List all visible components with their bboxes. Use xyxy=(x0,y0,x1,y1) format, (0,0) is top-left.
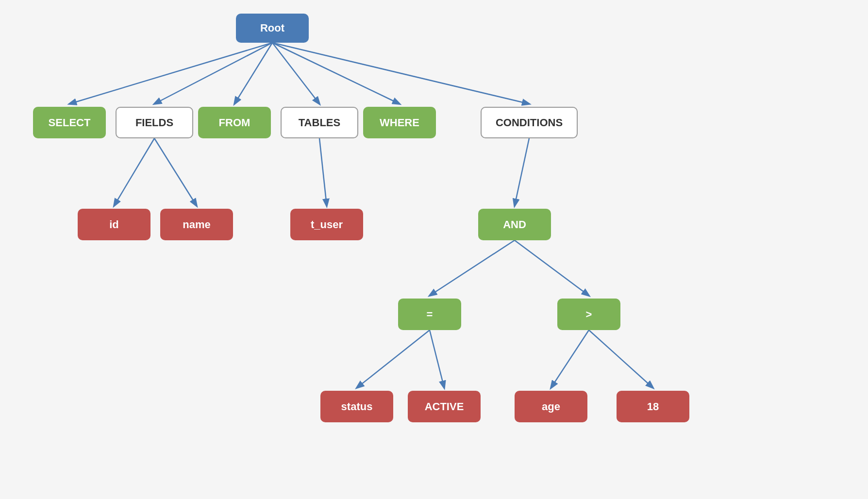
svg-line-2 xyxy=(154,43,272,104)
tree-diagram: Root SELECT FIELDS FROM TABLES WHERE CON… xyxy=(0,0,868,499)
svg-line-8 xyxy=(154,138,197,206)
node-status: status xyxy=(320,391,393,422)
node-age: age xyxy=(515,391,587,422)
svg-line-14 xyxy=(430,330,444,388)
svg-line-3 xyxy=(234,43,272,104)
node-gt: > xyxy=(557,299,620,330)
svg-line-12 xyxy=(515,240,589,296)
node-conditions: CONDITIONS xyxy=(481,107,578,138)
svg-line-15 xyxy=(551,330,589,388)
node-active: ACTIVE xyxy=(408,391,481,422)
node-eq: = xyxy=(398,299,461,330)
node-root: Root xyxy=(236,14,309,43)
svg-line-7 xyxy=(114,138,154,206)
svg-line-11 xyxy=(430,240,515,296)
svg-line-4 xyxy=(272,43,319,104)
node-and: AND xyxy=(478,209,551,240)
node-id: id xyxy=(78,209,150,240)
svg-line-9 xyxy=(319,138,327,206)
node-where: WHERE xyxy=(363,107,436,138)
svg-line-10 xyxy=(515,138,529,206)
node-tables: TABLES xyxy=(281,107,358,138)
svg-line-6 xyxy=(272,43,529,104)
svg-line-13 xyxy=(357,330,430,388)
node-from: FROM xyxy=(198,107,271,138)
node-tuser: t_user xyxy=(290,209,363,240)
node-name: name xyxy=(160,209,233,240)
svg-line-1 xyxy=(69,43,272,104)
svg-line-5 xyxy=(272,43,400,104)
node-select: SELECT xyxy=(33,107,106,138)
svg-line-16 xyxy=(589,330,653,388)
node-eighteen: 18 xyxy=(617,391,689,422)
node-fields: FIELDS xyxy=(116,107,193,138)
